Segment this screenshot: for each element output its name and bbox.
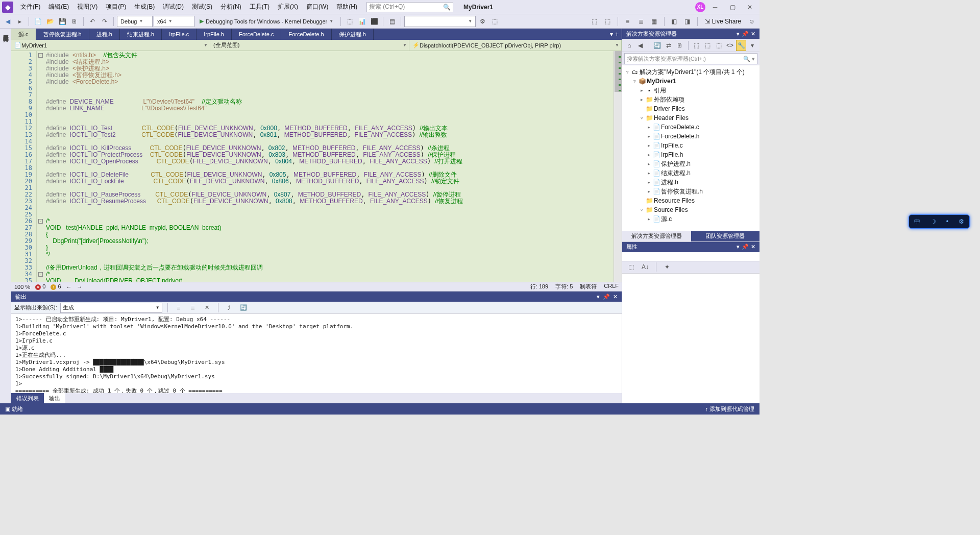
se-more-icon[interactable]: ▾ <box>747 40 757 51</box>
se-dropdown-icon[interactable]: ▾ <box>737 31 740 37</box>
right-tab[interactable]: 团队资源管理器 <box>691 231 760 241</box>
global-search-input[interactable]: 搜索 (Ctrl+Q) 🔍 <box>366 2 453 12</box>
solution-search-input[interactable]: 搜索解决方案资源管理器(Ctrl+;) 🔍 ▾ <box>624 53 757 64</box>
document-tab[interactable]: 源.c <box>11 29 36 40</box>
pin-icon[interactable]: 📌 <box>603 294 610 300</box>
se-close-icon[interactable]: ✕ <box>751 31 755 37</box>
menu-item[interactable]: 编辑(E) <box>44 1 73 13</box>
props-cat-icon[interactable]: ⬚ <box>625 261 636 273</box>
document-tab[interactable]: 暂停恢复进程.h <box>36 29 89 40</box>
se-code-icon[interactable]: <> <box>725 40 735 51</box>
tool-r1[interactable]: ⬚ <box>589 16 600 27</box>
tree-row[interactable]: ▿🗂解决方案"MyDriver1"(1 个项目/共 1 个) <box>622 67 760 77</box>
props-close-icon[interactable]: ✕ <box>751 244 755 250</box>
user-avatar[interactable]: XL <box>695 2 705 12</box>
bottom-tab[interactable]: 输出 <box>44 393 65 403</box>
tree-row[interactable]: 📁Resource Files <box>622 196 760 205</box>
tool-btn-3[interactable]: ⬛ <box>369 16 380 27</box>
new-file-button[interactable]: 📄 <box>32 16 43 27</box>
menu-item[interactable]: 调试(D) <box>159 1 188 13</box>
tree-row[interactable]: ▿📁Header Files <box>622 113 760 123</box>
tool-r2[interactable]: ⬚ <box>602 16 614 27</box>
out-btn-3[interactable]: ✕ <box>202 302 213 313</box>
output-text[interactable]: 1>------ 已启动全部重新生成: 项目: MyDriver1, 配置: D… <box>11 314 622 393</box>
out-btn-5[interactable]: 🔄 <box>238 302 249 313</box>
tree-row[interactable]: ▸📄IrpFile.c <box>622 141 760 150</box>
output-source-combo[interactable]: 生成▼ <box>60 303 162 313</box>
nav-type-combo[interactable]: (全局范围)▼ <box>210 40 409 51</box>
se-refresh-icon[interactable]: 🔄 <box>652 40 663 51</box>
menu-item[interactable]: 测试(S) <box>188 1 216 13</box>
menu-item[interactable]: 项目(P) <box>102 1 130 13</box>
feedback-button[interactable]: ☺ <box>746 16 757 27</box>
left-toolwell[interactable]: 服务器资源管理器 工具箱 <box>0 29 11 403</box>
document-tab[interactable]: IrpFile.c <box>162 29 197 40</box>
tree-row[interactable]: ▸📁外部依赖项 <box>622 95 760 104</box>
code-area[interactable]: #include <ntifs.h> //包含头文件 #include <结束进… <box>44 51 614 282</box>
props-sort-icon[interactable]: A↓ <box>640 261 651 273</box>
tool-btn-2[interactable]: 📊 <box>356 16 368 27</box>
menu-item[interactable]: 扩展(X) <box>274 1 302 13</box>
tool-r5[interactable]: ▦ <box>649 16 660 27</box>
live-share-button[interactable]: ⇲Live Share <box>702 18 744 25</box>
nav-next[interactable]: → <box>77 284 83 290</box>
tool-btn-5[interactable]: ⚙ <box>477 16 488 27</box>
se-sync-icon[interactable]: ⇄ <box>664 40 674 51</box>
document-tab[interactable]: IrpFile.h <box>197 29 232 40</box>
tree-row[interactable]: ▸📄源.c <box>622 214 760 224</box>
tool-btn-6[interactable]: ⬚ <box>489 16 500 27</box>
props-events-icon[interactable]: ✦ <box>662 261 673 273</box>
zoom-level[interactable]: 100 % <box>14 284 30 290</box>
se-collapse-icon[interactable]: ⬚ <box>702 40 713 51</box>
out-btn-2[interactable]: ≣ <box>187 302 199 313</box>
tree-row[interactable]: ▿📁Source Files <box>622 205 760 214</box>
panel-dropdown-icon[interactable]: ▾ <box>597 294 600 300</box>
tree-row[interactable]: ▸📄暂停恢复进程.h <box>622 187 760 196</box>
bottom-tab[interactable]: 错误列表 <box>11 393 44 403</box>
save-all-button[interactable]: 🗎 <box>69 16 80 27</box>
undo-button[interactable]: ↶ <box>87 16 98 27</box>
empty-combo[interactable]: ▼ <box>404 16 476 27</box>
props-pin-icon[interactable]: 📌 <box>742 244 749 250</box>
tree-row[interactable]: ▸▪引用 <box>622 86 760 95</box>
tree-row[interactable]: ▸📄IrpFile.h <box>622 150 760 159</box>
out-btn-1[interactable]: ≡ <box>173 302 184 313</box>
menu-item[interactable]: 视图(V) <box>73 1 102 13</box>
props-combo[interactable] <box>622 252 760 261</box>
out-btn-4[interactable]: ⤴ <box>224 302 235 313</box>
tree-row[interactable]: ▸📄ForceDelete.c <box>622 123 760 132</box>
se-showall-icon[interactable]: ⬚ <box>691 40 701 51</box>
se-filter-icon[interactable]: 🗎 <box>675 40 685 51</box>
menu-item[interactable]: 文件(F) <box>16 1 44 13</box>
tab-dropdown-icon[interactable]: ▾ <box>610 31 613 38</box>
tool-r6[interactable]: ◧ <box>669 16 680 27</box>
error-count[interactable]: ✕ 0 <box>35 283 45 290</box>
save-button[interactable]: 💾 <box>57 16 68 27</box>
platform-combo[interactable]: x64▼ <box>154 16 194 27</box>
tool-btn-4[interactable]: ▤ <box>386 16 398 27</box>
menu-item[interactable]: 工具(T) <box>246 1 274 13</box>
back-button[interactable]: ◀ <box>2 16 13 27</box>
tree-row[interactable]: ▸📄ForceDelete.h <box>622 132 760 141</box>
tool-btn-1[interactable]: ⬚ <box>344 16 355 27</box>
se-home-icon[interactable]: ⌂ <box>624 40 634 51</box>
close-button[interactable]: ✕ <box>742 2 757 13</box>
menu-item[interactable]: 生成(B) <box>130 1 159 13</box>
se-props-icon[interactable]: ⬚ <box>714 40 724 51</box>
right-tab[interactable]: 解决方案资源管理器 <box>622 231 691 241</box>
config-combo[interactable]: Debug▼ <box>117 16 153 27</box>
tool-r3[interactable]: ≡ <box>622 16 633 27</box>
minimize-button[interactable]: ─ <box>707 2 723 13</box>
forward-button[interactable]: ▸ <box>14 16 26 27</box>
menu-item[interactable]: 帮助(H) <box>332 1 361 13</box>
redo-button[interactable]: ↷ <box>99 16 110 27</box>
document-tab[interactable]: ForceDelete.c <box>232 29 281 40</box>
maximize-button[interactable]: ▢ <box>725 2 740 13</box>
tab-add-icon[interactable]: + <box>615 31 619 38</box>
solution-tree[interactable]: ▿🗂解决方案"MyDriver1"(1 个项目/共 1 个)▿📦MyDriver… <box>622 65 760 231</box>
code-editor[interactable]: 1234567891011121314151617181920212223242… <box>11 51 622 282</box>
document-tab[interactable]: 结束进程.h <box>120 29 162 40</box>
tree-row[interactable]: ▸📄进程.h <box>622 178 760 187</box>
tool-r4[interactable]: ≣ <box>635 16 647 27</box>
fold-column[interactable]: --- <box>37 51 44 282</box>
